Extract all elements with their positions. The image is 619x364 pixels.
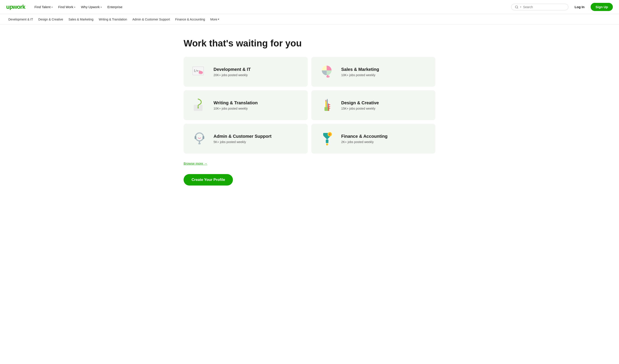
svg-rect-7 — [200, 71, 201, 73]
sales-jobs: 10K+ jobs posted weekly — [341, 73, 379, 77]
category-card-finance[interactable]: $ $ Finance & Accounting 2K+ jobs posted… — [311, 124, 436, 154]
design-icon — [318, 96, 336, 114]
admin-jobs: 5K+ jobs posted weekly — [213, 140, 271, 144]
login-button[interactable]: Log In — [572, 3, 587, 11]
subnav-item-admin[interactable]: Admin & Customer Support — [130, 16, 172, 22]
subnav-item-sales[interactable]: Sales & Marketing — [66, 16, 96, 22]
svg-rect-6 — [199, 70, 200, 73]
page-title: Work that's waiting for you — [183, 38, 436, 49]
svg-rect-26 — [199, 140, 200, 143]
svg-point-13 — [197, 107, 199, 109]
svg-rect-22 — [328, 108, 330, 109]
subnav-more[interactable]: More ▾ — [208, 16, 222, 22]
writing-icon — [191, 96, 208, 114]
svg-rect-30 — [326, 140, 328, 143]
writing-name: Writing & Translation — [213, 100, 258, 105]
nav-why-upwork[interactable]: Why Upwork ▾ — [79, 3, 104, 11]
find-talent-chevron-icon: ▾ — [52, 6, 53, 8]
finance-text: Finance & Accounting 2K+ jobs posted wee… — [341, 134, 387, 144]
category-grid: [/> Development & IT 20K+ jobs posted we… — [183, 57, 436, 154]
design-text: Design & Creative 15K+ jobs posted weekl… — [341, 100, 379, 110]
svg-rect-11 — [327, 75, 328, 77]
writing-text: Writing & Translation 10K+ jobs posted w… — [213, 100, 258, 110]
category-card-sales[interactable]: Sales & Marketing 10K+ jobs posted weekl… — [311, 57, 436, 87]
admin-name: Admin & Customer Support — [213, 134, 271, 139]
svg-rect-17 — [327, 100, 328, 107]
dev-it-icon: [/> — [191, 63, 208, 81]
category-card-dev-it[interactable]: [/> Development & IT 20K+ jobs posted we… — [183, 57, 308, 87]
svg-rect-20 — [328, 104, 330, 105]
signup-button[interactable]: Sign Up — [591, 3, 613, 11]
search-dropdown-icon: ▾ — [520, 6, 521, 8]
search-bar[interactable]: ▾ — [511, 4, 568, 10]
svg-marker-16 — [325, 99, 326, 101]
why-upwork-chevron-icon: ▾ — [101, 6, 102, 8]
svg-rect-24 — [195, 136, 196, 139]
category-card-admin[interactable]: Admin & Customer Support 5K+ jobs posted… — [183, 124, 308, 154]
nav-find-work[interactable]: Find Work ▾ — [56, 3, 77, 11]
svg-rect-8 — [201, 71, 202, 73]
sales-text: Sales & Marketing 10K+ jobs posted weekl… — [341, 67, 379, 77]
sales-name: Sales & Marketing — [341, 67, 379, 72]
admin-icon — [191, 130, 208, 147]
nav-why-upwork-label: Why Upwork — [81, 5, 100, 9]
sales-icon — [318, 63, 336, 81]
svg-text:[/>: [/> — [194, 69, 198, 72]
nav-links: Find Talent ▾ Find Work ▾ Why Upwork ▾ E… — [32, 3, 504, 11]
svg-rect-15 — [325, 101, 326, 107]
finance-name: Finance & Accounting — [341, 134, 387, 139]
writing-jobs: 10K+ jobs posted weekly — [213, 107, 258, 110]
svg-text:$: $ — [329, 133, 330, 136]
nav-enterprise[interactable]: Enterprise — [105, 3, 125, 11]
dev-it-jobs: 20K+ jobs posted weekly — [213, 73, 251, 77]
nav-find-talent-label: Find Talent — [34, 5, 50, 9]
search-input[interactable] — [523, 5, 565, 9]
find-work-chevron-icon: ▾ — [74, 6, 75, 8]
dev-it-name: Development & IT — [213, 67, 251, 72]
dev-it-text: Development & IT 20K+ jobs posted weekly — [213, 67, 251, 77]
design-jobs: 15K+ jobs posted weekly — [341, 107, 379, 110]
svg-rect-25 — [202, 136, 204, 139]
subnav-item-writing[interactable]: Writing & Translation — [97, 16, 129, 22]
search-icon — [515, 5, 518, 9]
subnav-item-dev-it[interactable]: Development & IT — [6, 16, 35, 22]
navbar: upwork Find Talent ▾ Find Work ▾ Why Upw… — [0, 0, 619, 14]
svg-text:$: $ — [326, 144, 327, 146]
nav-find-talent[interactable]: Find Talent ▾ — [32, 3, 55, 11]
finance-icon: $ $ — [318, 130, 336, 147]
category-card-writing[interactable]: Writing & Translation 10K+ jobs posted w… — [183, 90, 308, 120]
svg-line-1 — [517, 8, 518, 8]
svg-point-23 — [196, 133, 203, 141]
subnav: Development & IT Design & Creative Sales… — [0, 14, 619, 25]
finance-jobs: 2K+ jobs posted weekly — [341, 140, 387, 144]
create-profile-button[interactable]: Create Your Profile — [183, 174, 233, 185]
svg-rect-21 — [328, 106, 330, 107]
nav-right: ▾ Log In Sign Up — [511, 3, 613, 11]
nav-find-work-label: Find Work — [58, 5, 73, 9]
svg-marker-18 — [327, 98, 328, 100]
subnav-more-label: More — [210, 18, 217, 21]
design-name: Design & Creative — [341, 100, 379, 105]
nav-enterprise-label: Enterprise — [107, 5, 122, 9]
subnav-item-finance[interactable]: Finance & Accounting — [173, 16, 207, 22]
category-card-design[interactable]: Design & Creative 15K+ jobs posted weekl… — [311, 90, 436, 120]
logo[interactable]: upwork — [6, 3, 25, 10]
admin-text: Admin & Customer Support 5K+ jobs posted… — [213, 134, 271, 144]
subnav-more-chevron-icon: ▾ — [218, 18, 219, 21]
main-content: Work that's waiting for you [/> Developm… — [177, 25, 442, 199]
browse-more-link[interactable]: Browse more → — [183, 162, 207, 165]
svg-point-27 — [198, 143, 201, 144]
subnav-item-design[interactable]: Design & Creative — [36, 16, 65, 22]
